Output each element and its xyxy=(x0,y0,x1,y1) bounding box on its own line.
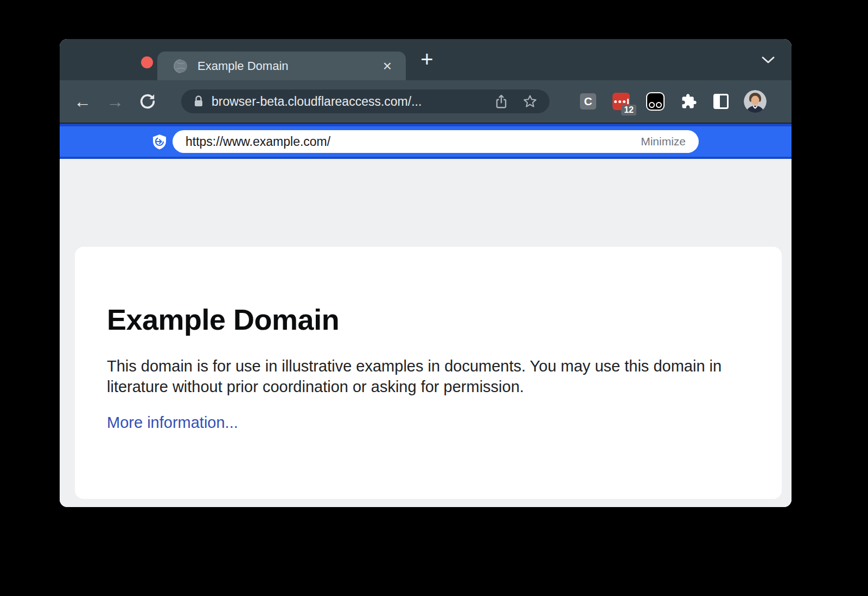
avatar-image xyxy=(744,90,767,113)
page-paragraph: This domain is for use in illustrative e… xyxy=(107,356,731,397)
tab-close-icon[interactable]: × xyxy=(381,59,394,74)
isolation-url-pill: Minimize xyxy=(173,130,699,153)
browser-window: Example Domain × + ← → browser-beta.clou… xyxy=(60,39,792,507)
tab-title: Example Domain xyxy=(197,59,381,73)
tab-search-chevron-icon[interactable] xyxy=(761,56,775,64)
lock-icon xyxy=(193,95,204,108)
tab-example-domain[interactable]: Example Domain × xyxy=(157,52,406,80)
extensions-row: C 12 ⋮ xyxy=(580,90,792,113)
tab-strip: Example Domain × + xyxy=(60,39,792,80)
omnibox[interactable]: browser-beta.cloudflareaccess.com/... xyxy=(181,89,550,113)
more-information-link[interactable]: More information... xyxy=(107,414,238,432)
reload-button[interactable] xyxy=(136,89,159,113)
bookmark-star-icon[interactable] xyxy=(522,94,538,109)
back-button[interactable]: ← xyxy=(71,89,94,113)
extension-lastpass-icon[interactable]: 12 xyxy=(612,93,630,110)
new-tab-button[interactable]: + xyxy=(415,48,439,72)
share-icon[interactable] xyxy=(494,94,508,109)
browser-menu-icon[interactable]: ⋮ xyxy=(786,93,792,110)
forward-button: → xyxy=(103,89,127,113)
isolation-shield-icon xyxy=(152,134,167,151)
extension-c-icon[interactable]: C xyxy=(580,93,596,110)
close-window-button[interactable] xyxy=(141,56,153,68)
minimize-banner-button[interactable]: Minimize xyxy=(641,135,686,148)
page-viewport: Example Domain This domain is for use in… xyxy=(60,159,792,507)
extension-badge: 12 xyxy=(621,105,636,116)
profile-avatar[interactable] xyxy=(744,90,767,113)
page-title: Example Domain xyxy=(107,303,749,336)
extensions-puzzle-icon[interactable] xyxy=(681,93,697,110)
isolation-url-input[interactable] xyxy=(186,134,641,149)
globe-favicon-icon xyxy=(174,59,188,73)
side-panel-icon[interactable] xyxy=(713,94,729,109)
isolation-url-banner: Minimize xyxy=(60,124,792,159)
extension-two-circles-icon[interactable] xyxy=(646,92,665,111)
reload-icon xyxy=(138,92,157,111)
content-card: Example Domain This domain is for use in… xyxy=(75,247,782,499)
omnibox-url: browser-beta.cloudflareaccess.com/... xyxy=(212,94,422,109)
browser-toolbar: ← → browser-beta.cloudflareaccess.com/..… xyxy=(60,80,792,124)
